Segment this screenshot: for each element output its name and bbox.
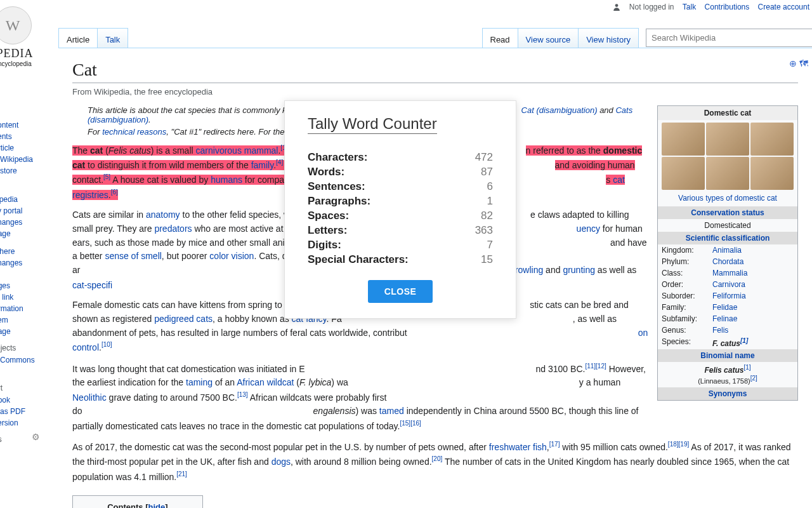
infobox-row: Subfamily:Felinae [658,313,797,324]
table-of-contents: Contents [hide] 1 Etymology2 Alternative… [72,495,203,508]
stat-row: Paragraphs:1 [308,195,493,208]
sidebar-link[interactable]: page [0,327,11,336]
search-input[interactable] [646,29,812,47]
logo-subtitle: Encyclopedia [0,60,51,67]
sidebar-print: a Commonss [0,354,57,377]
stat-row: Special Characters:15 [308,253,493,266]
page-subtitle: From Wikipedia, the free encyclopedia [72,87,798,97]
infobox-species-row: Species: F. catus[1] [658,336,797,349]
infobox-row: Genus:Felis [658,324,797,336]
para-5: As of 2017, the domestic cat was the sec… [72,439,798,484]
not-logged-text: Not logged in [629,3,674,11]
tab-view-source[interactable]: View source [518,28,579,49]
sidebar-link[interactable]: ormation [0,304,23,313]
sidebar-link[interactable]: nt link [0,293,13,302]
gear-icon[interactable]: ⚙ [32,432,40,442]
sidebar-link[interactable]: a Commons [0,356,35,364]
infobox-row: Suborder:Feliformia [658,290,797,302]
page-title: Cat [72,60,798,83]
sidebar-link[interactable]: item [0,316,8,324]
sidebar-link[interactable]: changes [0,218,22,227]
top-user-bar: Not logged in Talk Contributions Create … [613,3,809,11]
sidebar-interaction-hdr: n [0,183,57,192]
modal-title: Tally Word Counter [308,115,437,134]
sidebar-tools: s herechangeseagesnt linkormationitempag… [0,246,57,337]
sidebar-link[interactable]: changes [0,258,22,267]
coordinates-icon[interactable]: ⊕ 🗺 [789,58,808,69]
stat-row: Spaces:82 [308,210,493,222]
wikipedia-globe-icon: W [0,6,32,44]
sidebar-interaction: kipediaity portalchangespage [0,194,57,239]
sidebar-link[interactable]: version [0,418,18,427]
infobox: Domestic cat Various types of domestic c… [657,105,798,401]
stat-row: Digits:7 [308,239,493,251]
svg-point-0 [615,4,619,7]
infobox-binomial-hdr: Binomial name [658,349,797,362]
sidebar-link[interactable]: kipedia [0,195,18,204]
tab-article[interactable]: Article [58,28,98,49]
sidebar-lang-hdr: es [0,435,57,444]
cat-image[interactable] [750,157,794,190]
tabs-right: Read View source View history [482,28,639,49]
sidebar-print-hdr: rojects [0,344,57,352]
stat-row: Words:87 [308,166,493,178]
sidebar-link[interactable]: page [0,229,11,238]
infobox-binomial: Felis catus[1](Linnaeus, 1758)[2] [658,362,797,387]
user-icon [613,3,620,11]
infobox-row: Order:Carnivora [658,279,797,290]
cat-image[interactable] [706,123,749,156]
tabs-left: Article Talk [58,28,128,49]
cat-image[interactable] [706,157,749,190]
sidebar-link[interactable]: o Wikipedia [0,155,33,164]
close-button[interactable]: CLOSE [368,280,433,303]
cat-image[interactable] [662,157,705,190]
infobox-row: Family:Felidae [658,302,797,313]
infobox-caption: Various types of domestic cat [658,192,797,206]
tab-talk[interactable]: Talk [97,28,128,49]
infobox-rows: Kingdom:AnimaliaPhylum:ChordataClass:Mam… [658,244,797,336]
sidebar-main: econtentventsarticleo Wikipediaa store [0,108,57,177]
logo-title: IPEDIA [0,47,51,60]
sidebar-link[interactable]: vents [0,132,12,141]
infobox-classification-hdr: Scientific classification [658,232,797,244]
infobox-row: Phylum:Chordata [658,256,797,267]
modal-stats: Characters:472Words:87Sentences:6Paragra… [308,151,493,266]
infobox-row: Class:Mammalia [658,267,797,279]
tally-word-counter-modal: Tally Word Counter Characters:472Words:8… [284,100,516,319]
sidebar-export: bookd as PDFversion [0,394,57,429]
search-box [646,29,812,47]
infobox-images [658,120,797,192]
toc-hide-link[interactable]: hide [148,502,166,508]
sidebar-link[interactable]: content [0,121,18,130]
toc-title: Contents [hide] [84,501,191,508]
sidebar-export-hdr: ort [0,384,57,392]
sidebar-link[interactable]: ity portal [0,206,22,215]
infobox-conservation-val: Domesticated [658,219,797,232]
stat-row: Sentences:6 [308,180,493,193]
infobox-synonyms-hdr: Synonyms [658,387,797,400]
cat-image[interactable] [662,123,705,156]
tab-view-history[interactable]: View history [578,28,639,49]
stat-row: Characters:472 [308,151,493,164]
sidebar-link[interactable]: a store [0,166,17,175]
sidebar: econtentventsarticleo Wikipediaa store n… [0,108,57,446]
sidebar-link[interactable]: ages [0,281,10,290]
sidebar-link[interactable]: book [0,396,10,404]
tab-read[interactable]: Read [482,28,518,49]
cat-image[interactable] [750,123,794,156]
top-talk-link[interactable]: Talk [683,3,696,11]
stat-row: Letters:363 [308,224,493,237]
top-create-account-link[interactable]: Create account [758,3,809,11]
logo[interactable]: W IPEDIA Encyclopedia [0,6,51,67]
infobox-row: Kingdom:Animalia [658,244,797,256]
infobox-conservation-hdr: Conservation status [658,206,797,219]
top-contributions-link[interactable]: Contributions [705,3,750,11]
sidebar-link[interactable]: s here [0,247,15,256]
infobox-title: Domestic cat [658,106,797,120]
sidebar-link[interactable]: article [0,144,14,152]
sidebar-link[interactable]: d as PDF [0,407,25,416]
